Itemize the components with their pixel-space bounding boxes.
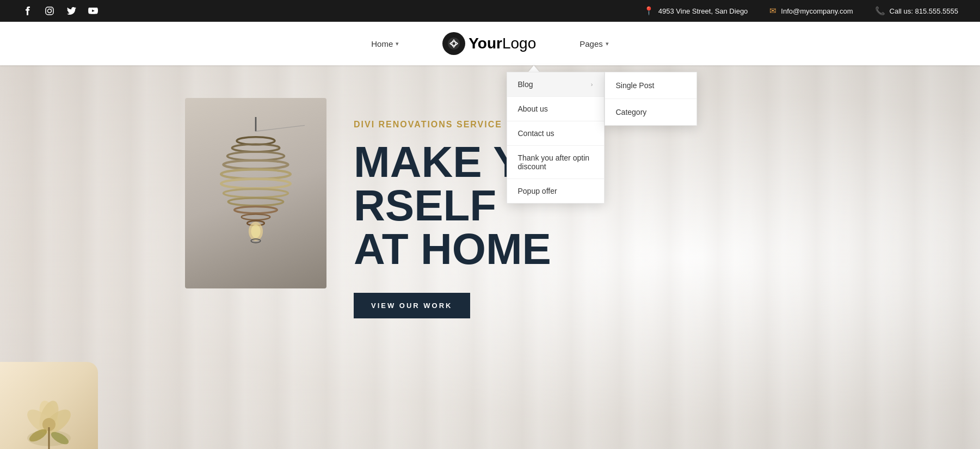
flower-corner (0, 362, 98, 449)
hero-title-line3: AT HOME (354, 227, 588, 271)
svg-point-17 (251, 225, 261, 238)
instagram-icon[interactable] (44, 5, 56, 17)
email-text: Info@mycompany.com (781, 7, 853, 15)
about-us-label: About us (518, 104, 548, 113)
twitter-icon[interactable] (65, 5, 77, 17)
svg-point-10 (221, 179, 291, 189)
top-bar: 📍 4953 Vine Street, San Diego ✉ Info@myc… (0, 0, 980, 22)
pages-label: Pages (580, 39, 603, 48)
contact-info: 📍 4953 Vine Street, San Diego ✉ Info@myc… (644, 6, 958, 16)
facebook-icon[interactable] (22, 5, 34, 17)
contact-us-label: Contact us (518, 129, 554, 138)
phone-info: 📞 Call us: 815.555.5555 (875, 6, 958, 16)
popup-offer-label: Popup offer (518, 187, 557, 195)
dropdown-blog-item[interactable]: Blog › Single Post Category (507, 72, 604, 97)
flower-illustration (8, 378, 90, 449)
dropdown-thankyou-item[interactable]: Thank you after optin discount (507, 146, 604, 179)
home-label: Home (371, 39, 393, 48)
single-post-item[interactable]: Single Post (605, 72, 697, 99)
location-icon: 📍 (644, 6, 654, 16)
blog-chevron-icon: › (591, 81, 593, 88)
blog-label: Blog (518, 80, 533, 89)
single-post-label: Single Post (616, 81, 655, 90)
home-chevron-icon: ▾ (396, 40, 399, 47)
pages-chevron-icon: ▾ (606, 40, 609, 47)
youtube-icon[interactable] (87, 5, 99, 17)
site-logo[interactable]: YourLogo (442, 32, 536, 55)
svg-point-1 (48, 9, 52, 13)
mail-icon: ✉ (769, 6, 776, 16)
svg-point-8 (224, 161, 288, 169)
view-our-work-button[interactable]: VIEW OUR WORK (354, 293, 470, 318)
thank-you-label: Thank you after optin discount (518, 153, 593, 171)
svg-point-2 (51, 8, 52, 9)
dropdown-popup-item[interactable]: Popup offer (507, 179, 604, 203)
logo-icon (442, 32, 465, 55)
svg-point-14 (242, 214, 270, 220)
dropdown-contact-item[interactable]: Contact us (507, 121, 604, 146)
svg-point-11 (224, 189, 288, 198)
phone-icon: 📞 (875, 6, 885, 16)
email-info: ✉ Info@mycompany.com (769, 6, 853, 16)
chandelier-illustration (207, 117, 305, 269)
logo-text: YourLogo (469, 35, 536, 52)
svg-point-13 (235, 207, 278, 213)
address-info: 📍 4953 Vine Street, San Diego (644, 6, 748, 16)
social-links (22, 5, 99, 17)
category-label: Category (616, 108, 647, 116)
phone-text: Call us: 815.555.5555 (890, 7, 958, 15)
svg-point-12 (228, 198, 283, 206)
pages-nav-item[interactable]: Pages ▾ (580, 39, 609, 48)
pages-dropdown: Blog › Single Post Category About us (507, 65, 605, 204)
address-text: 4953 Vine Street, San Diego (658, 7, 748, 15)
dropdown-about-item[interactable]: About us (507, 97, 604, 121)
home-nav-item[interactable]: Home ▾ (371, 39, 399, 48)
dropdown-wrapper: Blog › Single Post Category About us (507, 72, 605, 204)
svg-line-18 (256, 117, 305, 131)
hero-section: DIVI RENOVATIONS SERVICE MAKE YOU RSELF … (0, 65, 980, 449)
dropdown-arrow (528, 65, 539, 72)
navbar: Home ▾ YourLogo Pages ▾ (0, 22, 980, 65)
hero-image-panel (185, 98, 326, 288)
navbar-inner: Home ▾ YourLogo Pages ▾ (371, 32, 609, 55)
svg-point-9 (221, 169, 291, 179)
pages-dropdown-main: Blog › Single Post Category About us (507, 72, 605, 204)
svg-point-7 (227, 152, 285, 161)
blog-sub-dropdown: Single Post Category (605, 72, 697, 126)
svg-rect-0 (46, 7, 53, 15)
category-item[interactable]: Category (605, 99, 697, 125)
